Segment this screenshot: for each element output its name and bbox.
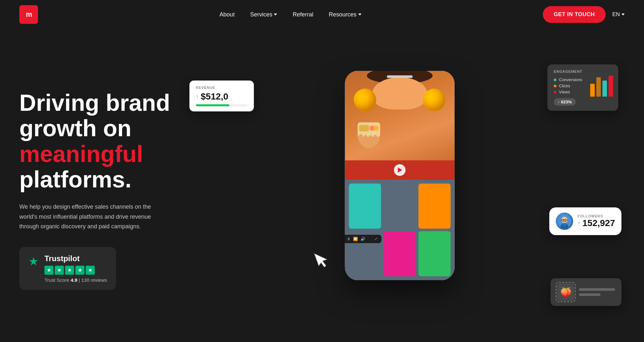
trustpilot-score: Trust Score 4.9 | 130 reviews xyxy=(44,277,107,283)
revenue-amount: ↑ $512,0 xyxy=(196,91,247,102)
followers-count: ↑ 152,927 xyxy=(578,218,615,228)
revenue-up-icon: ↑ xyxy=(196,93,199,100)
product-line-1 xyxy=(579,288,615,291)
revenue-bar-fill xyxy=(196,104,229,106)
play-button-icon[interactable] xyxy=(394,164,405,176)
phone-grid-area xyxy=(345,180,454,280)
bar-red xyxy=(609,76,613,97)
svg-marker-9 xyxy=(314,250,329,269)
hero-left-content: Driving brand growth on meaningful platf… xyxy=(19,77,170,290)
navbar: m About Services Referral Resources GET … xyxy=(0,0,644,29)
get-in-touch-button[interactable]: GET IN TOUCH xyxy=(543,6,606,23)
svg-rect-2 xyxy=(359,125,369,131)
revenue-label: REVENUE xyxy=(196,86,247,90)
nav-referral[interactable]: Referral xyxy=(286,8,320,21)
conversions-dot-icon xyxy=(554,79,556,81)
product-icon-box: 🍑 xyxy=(557,283,574,301)
trustpilot-stars: ★ ★ ★ ★ ★ xyxy=(44,266,107,275)
cursor-icon xyxy=(312,247,335,274)
nav-services[interactable]: Services xyxy=(244,8,284,21)
nav-links: About Services Referral Resources xyxy=(213,8,368,21)
grid-cell-1 xyxy=(349,184,381,229)
svg-point-7 xyxy=(368,135,373,144)
trustpilot-widget: ★ Trustpilot ★ ★ ★ ★ ★ Trust Score 4.9 |… xyxy=(19,247,116,290)
followers-up-icon: ↑ xyxy=(578,220,581,227)
hand-card-illustration xyxy=(350,109,388,148)
language-selector[interactable]: EN xyxy=(612,11,625,18)
product-text-lines xyxy=(579,288,615,296)
grid-cell-5 xyxy=(383,231,416,276)
logo-text: m xyxy=(26,10,32,19)
trustpilot-name: Trustpilot xyxy=(44,254,107,263)
star-4: ★ xyxy=(75,266,84,275)
bar-teal xyxy=(602,81,607,97)
engagement-card: ENGAGEMENT Conversions Clicks Views ↑ xyxy=(547,64,618,111)
nav-about[interactable]: About xyxy=(213,8,241,21)
expand-icon: ⤢ xyxy=(374,237,378,241)
star-3: ★ xyxy=(65,266,74,275)
nav-resources[interactable]: Resources xyxy=(322,8,368,21)
phone-inner xyxy=(345,71,454,280)
star-2: ★ xyxy=(55,266,64,275)
nav-right-actions: GET IN TOUCH EN xyxy=(543,6,625,23)
services-chevron-icon xyxy=(274,14,277,15)
resources-chevron-icon xyxy=(358,14,361,15)
engagement-title: ENGAGEMENT xyxy=(554,70,612,73)
brand-logo[interactable]: m xyxy=(19,5,38,24)
product-line-2 xyxy=(579,293,601,296)
followers-card: FOLLOWERS ↑ 152,927 xyxy=(549,207,621,235)
lang-chevron-icon xyxy=(621,14,625,15)
hero-title: Driving brand growth on meaningful platf… xyxy=(19,90,170,192)
forward-icon: ⏩ xyxy=(353,237,358,241)
pause-icon: ⏸ xyxy=(347,237,351,241)
hero-section: Driving brand growth on meaningful platf… xyxy=(0,29,644,332)
grid-cell-6 xyxy=(418,231,450,276)
percent-up-icon: ↑ xyxy=(558,100,560,104)
grid-cell-3 xyxy=(418,184,450,229)
clicks-dot-icon xyxy=(554,85,556,87)
bar-orange2 xyxy=(596,77,601,97)
hero-subtitle: We help you design effective sales chann… xyxy=(19,202,164,232)
trustpilot-logo-icon: ★ xyxy=(28,255,39,268)
bar-orange xyxy=(590,84,595,97)
star-5: ★ xyxy=(86,266,95,275)
engagement-percent: ↑ 623% xyxy=(554,98,576,106)
svg-point-5 xyxy=(359,134,363,142)
grid-cell-empty xyxy=(383,184,416,229)
video-controls-bar: ⏸ ⏩ 🔊 ⤢ xyxy=(343,235,381,243)
svg-point-4 xyxy=(373,126,379,131)
volume-icon: 🔊 xyxy=(360,237,365,241)
follower-avatar xyxy=(556,213,573,230)
star-1: ★ xyxy=(44,266,53,275)
engagement-bottom: ↑ 623% xyxy=(554,98,612,106)
revenue-progress-bar xyxy=(196,104,247,106)
product-card: 🍑 xyxy=(551,278,621,306)
hero-illustration: REVENUE ↑ $512,0 ENGAGEMENT Conversions … xyxy=(170,45,625,322)
svg-point-8 xyxy=(373,135,378,143)
svg-point-6 xyxy=(363,135,368,143)
views-dot-icon xyxy=(554,91,556,93)
product-fruit-icon: 🍑 xyxy=(560,287,572,298)
revenue-card: REVENUE ↑ $512,0 xyxy=(189,81,254,111)
followers-label: FOLLOWERS xyxy=(578,214,615,218)
phone-mockup xyxy=(345,71,454,280)
